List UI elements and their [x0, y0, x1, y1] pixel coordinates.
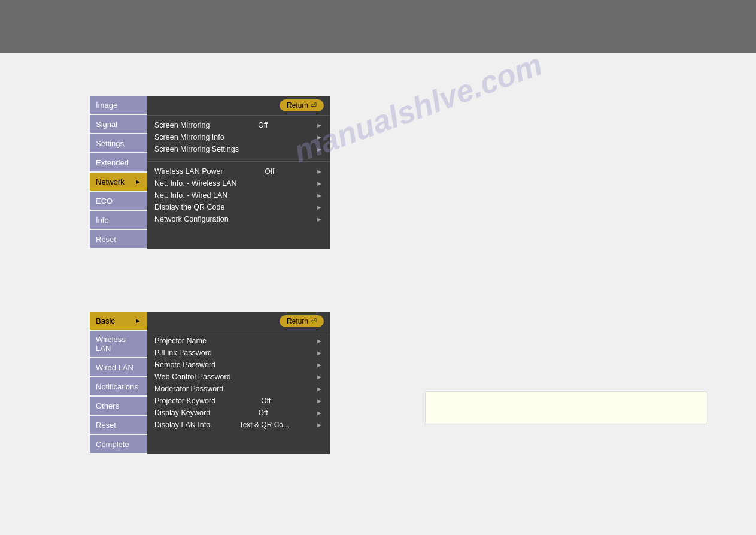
sidebar-item-reset2[interactable]: Reset: [90, 416, 147, 434]
sidebar-item-complete[interactable]: Complete: [90, 435, 147, 453]
item-label: Remote Password: [154, 361, 215, 369]
menu-item-wireless-lan-power[interactable]: Wireless LAN Power Off ►: [154, 165, 323, 177]
sidebar-label-notifications: Notifications: [96, 382, 138, 391]
sidebar-item-network[interactable]: Network ►: [90, 173, 147, 191]
note-box: [425, 391, 706, 424]
item-label: Display LAN Info.: [154, 421, 212, 429]
sidebar-item-eco[interactable]: ECO: [90, 192, 147, 210]
menu-item-projector-name[interactable]: Projector Name ►: [154, 335, 323, 347]
sidebar-item-reset[interactable]: Reset: [90, 230, 147, 248]
return-icon: ⏎: [311, 101, 317, 110]
item-label: Wireless LAN Power: [154, 167, 223, 176]
sidebar-item-extended[interactable]: Extended: [90, 153, 147, 171]
item-label: Screen Mirroring: [154, 121, 210, 129]
sidebar-item-notifications[interactable]: Notifications: [90, 377, 147, 395]
menu-item-remote-password[interactable]: Remote Password ►: [154, 359, 323, 371]
item-label: Projector Name: [154, 337, 207, 345]
sidebar-label-others: Others: [96, 401, 119, 410]
item-arrow-icon: ►: [316, 216, 323, 223]
item-value: Text & QR Co...: [239, 421, 289, 429]
sidebar-label-network: Network: [96, 177, 125, 186]
sidebar-label-complete: Complete: [96, 440, 129, 449]
item-arrow-icon: ►: [316, 409, 323, 416]
item-label: Screen Mirroring Settings: [154, 145, 239, 153]
sidebar-label-settings: Settings: [96, 139, 124, 148]
item-value: Off: [265, 167, 274, 176]
network-arrow-icon: ►: [135, 178, 141, 185]
sidebar-label-basic: Basic: [96, 316, 115, 325]
menu2-sidebar: Basic ► Wireless LAN Wired LAN Notificat…: [90, 312, 147, 454]
menu1-section2: Wireless LAN Power Off ► Net. Info. - Wi…: [147, 161, 330, 229]
menu-item-net-info-wireless[interactable]: Net. Info. - Wireless LAN ►: [154, 177, 323, 189]
menu1-return-button[interactable]: Return ⏎: [280, 99, 324, 111]
menu1-return-label: Return: [287, 101, 308, 110]
sidebar-item-basic[interactable]: Basic ►: [90, 312, 147, 330]
sidebar-label-extended: Extended: [96, 158, 129, 167]
menu-item-screen-mirroring-settings[interactable]: Screen Mirroring Settings ►: [154, 143, 323, 155]
item-label: Display the QR Code: [154, 203, 224, 211]
menu1-container: Image Signal Settings Extended Network ►…: [90, 96, 330, 249]
top-bar: [0, 0, 756, 53]
sidebar-label-wired-lan: Wired LAN: [96, 363, 133, 372]
item-arrow-icon: ►: [316, 337, 323, 344]
item-label: Web Control Password: [154, 373, 231, 381]
menu-item-net-info-wired[interactable]: Net. Info. - Wired LAN ►: [154, 189, 323, 201]
menu-item-screen-mirroring-info[interactable]: Screen Mirroring Info ►: [154, 131, 323, 143]
item-value: Off: [261, 397, 271, 405]
item-arrow-icon: ►: [316, 373, 323, 380]
item-label: Moderator Password: [154, 385, 223, 393]
sidebar-item-wireless-lan[interactable]: Wireless LAN: [90, 331, 147, 357]
item-label: Network Configuration: [154, 215, 229, 223]
menu2-container: Basic ► Wireless LAN Wired LAN Notificat…: [90, 312, 330, 454]
menu2-section1: Projector Name ► PJLink Password ► Remot…: [147, 331, 330, 434]
menu1-section1: Screen Mirroring Off ► Screen Mirroring …: [147, 115, 330, 159]
sidebar-label-eco: ECO: [96, 197, 113, 205]
menu1-dropdown: Return ⏎ Screen Mirroring Off ► Screen M…: [147, 96, 330, 249]
basic-arrow-icon: ►: [135, 317, 141, 324]
item-arrow-icon: ►: [316, 397, 323, 404]
item-arrow-icon: ►: [316, 385, 323, 392]
item-value: Off: [258, 121, 268, 129]
item-arrow-icon: ►: [316, 146, 323, 153]
item-value: Off: [259, 409, 268, 417]
menu-item-display-qr[interactable]: Display the QR Code ►: [154, 201, 323, 213]
menu1-return-bar: Return ⏎: [147, 96, 330, 115]
sidebar-item-image[interactable]: Image: [90, 96, 147, 114]
menu-item-web-control-password[interactable]: Web Control Password ►: [154, 371, 323, 383]
item-arrow-icon: ►: [316, 192, 323, 199]
sidebar-item-others[interactable]: Others: [90, 397, 147, 415]
sidebar-label-signal: Signal: [96, 120, 117, 129]
menu2-dropdown: Return ⏎ Projector Name ► PJLink Passwor…: [147, 312, 330, 454]
item-label: Display Keyword: [154, 409, 210, 417]
menu2-return-button[interactable]: Return ⏎: [280, 315, 324, 327]
sidebar-item-settings[interactable]: Settings: [90, 134, 147, 152]
menu1-sidebar: Image Signal Settings Extended Network ►…: [90, 96, 147, 249]
menu-item-screen-mirroring[interactable]: Screen Mirroring Off ►: [154, 119, 323, 131]
sidebar-item-wired-lan[interactable]: Wired LAN: [90, 358, 147, 376]
item-label: Net. Info. - Wireless LAN: [154, 179, 237, 188]
sidebar-item-signal[interactable]: Signal: [90, 115, 147, 133]
item-arrow-icon: ►: [316, 349, 323, 356]
menu-item-network-config[interactable]: Network Configuration ►: [154, 213, 323, 225]
menu-item-projector-keyword[interactable]: Projector Keyword Off ►: [154, 395, 323, 407]
item-arrow-icon: ►: [316, 168, 323, 175]
sidebar-label-info: Info: [96, 216, 109, 225]
item-label: Net. Info. - Wired LAN: [154, 191, 227, 200]
item-arrow-icon: ►: [316, 361, 323, 368]
return-icon2: ⏎: [311, 317, 317, 325]
menu-item-pjlink-password[interactable]: PJLink Password ►: [154, 347, 323, 359]
item-label: Screen Mirroring Info: [154, 133, 224, 141]
item-arrow-icon: ►: [316, 204, 323, 211]
sidebar-label-image: Image: [96, 101, 117, 110]
item-arrow-icon: ►: [316, 421, 323, 428]
item-label: PJLink Password: [154, 349, 212, 357]
menu-item-display-keyword[interactable]: Display Keyword Off ►: [154, 407, 323, 419]
item-label: Projector Keyword: [154, 397, 215, 405]
menu-item-display-lan-info[interactable]: Display LAN Info. Text & QR Co... ►: [154, 419, 323, 431]
item-arrow-icon: ►: [316, 180, 323, 187]
menu-item-moderator-password[interactable]: Moderator Password ►: [154, 383, 323, 395]
menu2-return-bar: Return ⏎: [147, 312, 330, 331]
sidebar-item-info[interactable]: Info: [90, 211, 147, 229]
sidebar-label-reset2: Reset: [96, 421, 116, 430]
menu2-return-label: Return: [287, 317, 308, 325]
